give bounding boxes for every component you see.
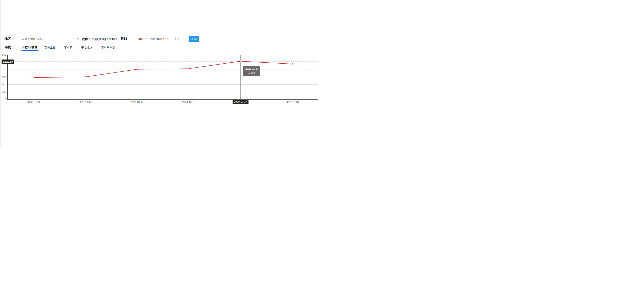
data-point[interactable] xyxy=(33,77,34,78)
business-district-label: 商圈： xyxy=(82,37,91,41)
business-district-value: 空港校区地下商场 xyxy=(92,37,115,41)
tab-underline xyxy=(64,50,72,51)
tab-underline xyxy=(44,50,55,51)
tab-label: 平台收入 xyxy=(81,46,92,49)
dashboard-page: 地区 云南 / 昆明 / 全部 商圈： 空港校区地下商场 日期 2020-10-… xyxy=(0,0,322,147)
y-axis-pointer-label: 1,523.68 xyxy=(2,60,14,64)
query-button[interactable]: 查询 xyxy=(189,36,199,42)
tooltip-value: 1,542 xyxy=(248,71,255,74)
x-axis-tick-label: 2020-10-16 xyxy=(182,100,195,104)
data-point[interactable] xyxy=(85,76,86,78)
y-axis-tick-label: 800 xyxy=(0,53,6,56)
page-top-divider xyxy=(0,0,322,1)
data-point[interactable] xyxy=(136,69,138,70)
date-range-input[interactable]: 2020-10-13至2020-10-18 xyxy=(138,37,181,42)
highlighted-data-point[interactable] xyxy=(240,60,242,62)
tooltip-date: 2020-10-17 xyxy=(246,67,260,70)
line-chart[interactable] xyxy=(0,0,322,147)
data-point[interactable] xyxy=(292,64,293,64)
y-axis-tick-label: 200 xyxy=(0,68,6,71)
tab-platform-revenue[interactable]: 平台收入 xyxy=(81,45,92,50)
date-filter-label: 日期 xyxy=(121,37,127,41)
page-left-edge xyxy=(0,0,1,147)
tab-underline xyxy=(101,50,115,51)
region-cascader-select[interactable]: 云南 / 昆明 / 全部 xyxy=(22,37,85,41)
x-axis-tick-label: 2020-10-18 xyxy=(286,100,299,104)
data-point[interactable] xyxy=(188,68,189,69)
chevron-down-icon[interactable] xyxy=(76,38,79,40)
y-axis-tick-label: 300 xyxy=(0,90,6,94)
y-axis-tick-label: 0 xyxy=(0,98,6,101)
tab-label: 客单价 xyxy=(64,46,73,49)
tab-avg-order-value[interactable]: 客单价 xyxy=(64,45,73,50)
x-axis-tick-label: 2020-10-14 xyxy=(79,100,92,104)
tab-active-underline xyxy=(22,50,38,51)
x-axis-tick-label: 2020-10-13 xyxy=(27,100,40,104)
dimension-label: 维度 xyxy=(5,45,11,49)
region-select-value: 云南 / 昆明 / 全部 xyxy=(22,37,42,40)
business-district-select[interactable]: 空港校区地下商场 xyxy=(92,37,115,41)
region-select-underline xyxy=(22,42,81,43)
tab-label: 有效订单量 xyxy=(22,46,37,49)
y-axis-tick-label: 600 xyxy=(0,83,6,86)
x-axis-tick-label: 2020-10-15 xyxy=(130,100,144,104)
date-range-value: 2020-10-13至2020-10-18 xyxy=(138,37,170,41)
chart-tooltip: 2020-10-17 1,542 xyxy=(243,66,260,76)
region-filter-label: 地区 xyxy=(5,37,11,41)
y-axis-tick-label: 900 xyxy=(0,76,6,79)
calendar-icon[interactable] xyxy=(176,37,178,40)
caret-down-icon[interactable] xyxy=(115,38,117,40)
tab-ordering-users[interactable]: 下单用户数 xyxy=(101,45,115,50)
x-axis-pointer-label: 2020-10-17 xyxy=(232,100,248,104)
tab-valid-order-count[interactable]: 有效订单量 xyxy=(22,45,37,50)
business-select-underline xyxy=(92,42,117,43)
tab-label: 支付金额 xyxy=(44,46,56,49)
tab-underline xyxy=(81,50,92,51)
series-dot-icon xyxy=(246,72,247,74)
tooltip-series-row: 1,542 xyxy=(246,71,260,74)
tab-label: 下单用户数 xyxy=(101,46,115,49)
tab-payment-amount[interactable]: 支付金额 xyxy=(44,45,56,50)
